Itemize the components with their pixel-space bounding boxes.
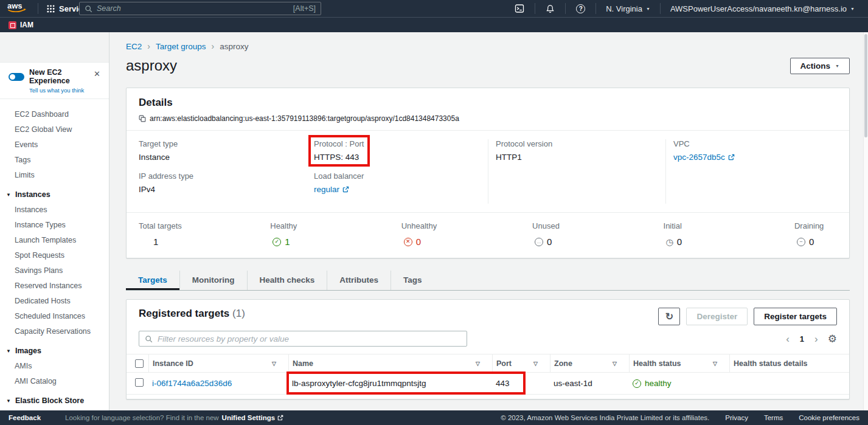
- initial-clock-icon: ◷: [666, 238, 673, 246]
- sidebar-section-elastic-block-store[interactable]: ▼Elastic Block Store: [0, 389, 109, 408]
- registered-targets-count: (1): [232, 308, 245, 319]
- details-panel: Details arn:aws:elasticloadbalancing:us-…: [126, 88, 850, 258]
- sidebar-item-limits[interactable]: Limits: [0, 167, 109, 182]
- draining-icon: −: [797, 238, 805, 246]
- sidebar-item-spot-requests[interactable]: Spot Requests: [0, 247, 109, 263]
- privacy-link[interactable]: Privacy: [725, 414, 748, 421]
- unhealthy-value: 0: [416, 237, 421, 247]
- row-checkbox[interactable]: [135, 378, 144, 387]
- feedback-link[interactable]: Tell us what you think: [29, 87, 92, 94]
- bell-icon: [546, 4, 555, 13]
- select-all-checkbox[interactable]: [135, 359, 144, 368]
- tab-attributes[interactable]: Attributes: [327, 271, 391, 290]
- sort-icon[interactable]: ▽: [613, 361, 617, 367]
- gear-icon[interactable]: ⚙: [828, 334, 837, 344]
- vpc-link[interactable]: vpc-2657db5c: [673, 153, 735, 162]
- column-zone: Zone: [554, 359, 572, 368]
- terms-link[interactable]: Terms: [764, 414, 783, 421]
- protocol-port-label: Protocol : Port: [314, 139, 364, 148]
- sidebar-item-capacity-reservations[interactable]: Capacity Reservations: [0, 323, 109, 339]
- sidebar-item-dedicated-hosts[interactable]: Dedicated Hosts: [0, 293, 109, 308]
- sidebar-item-instances[interactable]: Instances: [0, 202, 109, 217]
- chevron-down-icon: ▼: [6, 398, 11, 404]
- tab-monitoring[interactable]: Monitoring: [179, 271, 247, 290]
- total-targets-value: 1: [153, 237, 158, 247]
- aws-smile-icon: [7, 9, 28, 15]
- cloudshell-button[interactable]: [507, 0, 532, 17]
- scrollbar-thumb[interactable]: [864, 34, 867, 137]
- notifications-button[interactable]: [538, 0, 563, 17]
- close-icon[interactable]: ✕: [92, 68, 102, 80]
- filter-input[interactable]: [158, 334, 461, 344]
- sidebar-item-ec2-global-view[interactable]: EC2 Global View: [0, 122, 109, 137]
- sidebar-item-reserved-instances[interactable]: Reserved Instances: [0, 278, 109, 293]
- next-page-icon[interactable]: ›: [814, 334, 818, 344]
- sort-icon[interactable]: ▽: [533, 361, 538, 367]
- cookie-preferences-link[interactable]: Cookie preferences: [799, 414, 859, 421]
- sidebar-item-launch-templates[interactable]: Launch Templates: [0, 232, 109, 247]
- sort-icon[interactable]: ▽: [476, 361, 480, 367]
- target-group-arn: arn:aws:elasticloadbalancing:us-east-1:3…: [150, 114, 459, 123]
- column-instance-id: Instance ID: [153, 359, 193, 368]
- sidebar-item-scheduled-instances[interactable]: Scheduled Instances: [0, 308, 109, 323]
- column-health-status-details: Health status details: [734, 359, 808, 368]
- favorite-iam[interactable]: IAM: [9, 21, 33, 29]
- new-experience-toggle[interactable]: [9, 73, 24, 81]
- external-link-icon: [342, 186, 349, 193]
- tab-tags[interactable]: Tags: [391, 271, 434, 290]
- sidebar-item-tags[interactable]: Tags: [0, 152, 109, 167]
- breadcrumb-target-groups[interactable]: Target groups: [156, 42, 206, 51]
- copy-icon[interactable]: [139, 115, 146, 122]
- chevron-down-icon: ▼: [6, 192, 11, 198]
- help-button[interactable]: ?: [568, 0, 593, 17]
- tab-health-checks[interactable]: Health checks: [247, 271, 327, 290]
- search-icon: [145, 335, 153, 343]
- sidebar-item-ec2-dashboard[interactable]: EC2 Dashboard: [0, 106, 109, 122]
- target-type-label: Target type: [139, 139, 178, 148]
- search-icon: [85, 5, 92, 13]
- healthy-icon: ✓: [273, 238, 281, 246]
- deregister-button[interactable]: Deregister: [686, 308, 748, 325]
- sidebar-item-instance-types[interactable]: Instance Types: [0, 217, 109, 232]
- register-targets-button[interactable]: Register targets: [754, 308, 837, 325]
- chevron-down-icon: ▼: [835, 64, 839, 68]
- instance-id-link[interactable]: i-06f1744a6a25d36d6: [152, 379, 232, 388]
- column-port: Port: [496, 359, 512, 368]
- filter-box[interactable]: [139, 331, 467, 347]
- target-type-value: Instance: [139, 153, 178, 162]
- sidebar-item-ami-catalog[interactable]: AMI Catalog: [0, 373, 109, 389]
- refresh-button[interactable]: ↻: [658, 308, 680, 325]
- breadcrumb-ec2[interactable]: EC2: [126, 42, 142, 51]
- copyright-text: © 2023, Amazon Web Services India Privat…: [501, 414, 709, 421]
- feedback-button[interactable]: Feedback: [9, 414, 41, 421]
- load-balancer-label: Load balancer: [314, 171, 364, 181]
- aws-logo[interactable]: aws: [7, 2, 28, 15]
- detail-tabs: Targets Monitoring Health checks Attribu…: [126, 271, 850, 291]
- sort-icon[interactable]: ▽: [713, 361, 717, 367]
- sidebar-section-instances[interactable]: ▼Instances: [0, 182, 109, 202]
- global-search[interactable]: [Alt+S]: [79, 2, 321, 15]
- account-menu[interactable]: AWSPowerUserAccess/navaneeth.kn@harness.…: [663, 0, 862, 17]
- sidebar-section-images[interactable]: ▼Images: [0, 339, 109, 358]
- column-name: Name: [293, 359, 313, 368]
- draining-value: 0: [809, 237, 814, 247]
- sidebar-item-savings-plans[interactable]: Savings Plans: [0, 263, 109, 278]
- chevron-down-icon: ▼: [646, 7, 650, 11]
- breadcrumb-current: asproxy: [220, 42, 248, 51]
- region-label: N. Virginia: [606, 4, 642, 13]
- footer-bar: Feedback Looking for language selection?…: [0, 410, 868, 425]
- refresh-icon: ↻: [665, 311, 673, 322]
- vertical-scrollbar[interactable]: [863, 32, 868, 410]
- external-link-icon: [728, 154, 735, 161]
- region-selector[interactable]: N. Virginia ▼: [599, 0, 658, 17]
- tab-targets[interactable]: Targets: [126, 271, 179, 290]
- load-balancer-link[interactable]: regular: [314, 185, 349, 194]
- previous-page-icon[interactable]: ‹: [786, 334, 790, 344]
- sidebar-item-amis[interactable]: AMIs: [0, 358, 109, 373]
- search-input[interactable]: [97, 4, 289, 13]
- sidebar-item-events[interactable]: Events: [0, 137, 109, 152]
- actions-button[interactable]: Actions ▼: [790, 58, 850, 74]
- unified-settings-link[interactable]: Unified Settings: [222, 414, 284, 421]
- target-port-cell: 443: [492, 379, 550, 388]
- sort-icon[interactable]: ▽: [272, 361, 276, 367]
